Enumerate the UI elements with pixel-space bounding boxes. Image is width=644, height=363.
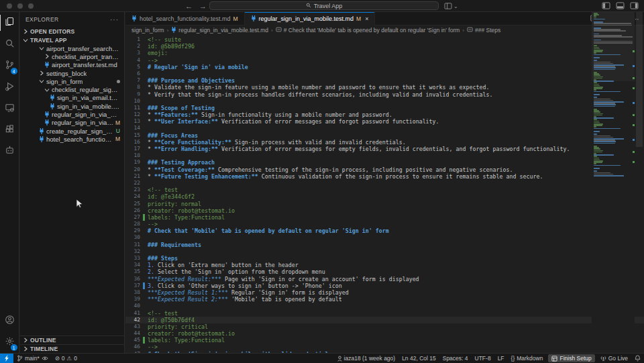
code-line-26[interactable]: 26creator: robot@testomat.io xyxy=(125,207,644,214)
code-line-41[interactable]: 41<!-- test xyxy=(125,310,644,317)
code-line-2[interactable]: 2id: @Sb89df296 xyxy=(125,43,644,50)
code-line-6[interactable]: 6 xyxy=(125,70,644,77)
encoding-item[interactable]: UTF-8 xyxy=(472,354,494,363)
code-line-4[interactable]: 4--> xyxy=(125,57,644,64)
language-mode-item[interactable]: {} Markdown xyxy=(508,354,547,363)
code-line-15[interactable]: 15### Focus Areas xyxy=(125,132,644,139)
tree-item-regular-sign-in-via-mobile-test[interactable]: regular_sign_in_via_mobile.test...M xyxy=(20,119,124,127)
code-line-27[interactable]: 27labels: Type:Functional xyxy=(125,214,644,221)
code-line-37[interactable]: 373. Click on 'Other ways to sign in' bu… xyxy=(125,282,644,289)
code-line-21[interactable]: 21* **Future Testing Enhancement:** Cont… xyxy=(125,173,644,180)
code-line-24[interactable]: 24id: @Te344c6f2 xyxy=(125,193,644,200)
go-live-button[interactable]: Go Live xyxy=(597,354,631,363)
code-line-3[interactable]: 3emoji: xyxy=(125,50,644,56)
toggle-primary-sidebar-button[interactable] xyxy=(602,2,610,9)
code-line-5[interactable]: 5# Regular 'Sign in' via mobile xyxy=(125,64,644,70)
vertical-scrollbar[interactable] xyxy=(635,12,644,353)
code-line-38[interactable]: 38***Expected Result 1:*** Regular 'Sign… xyxy=(125,289,644,296)
code-line-9[interactable]: 9* Verify that the sign-in process handl… xyxy=(125,91,644,98)
code-line-45[interactable]: 45labels: Type:Functional xyxy=(125,337,644,344)
toggle-secondary-sidebar-button[interactable] xyxy=(630,2,639,9)
code-line-43[interactable]: 43priority: critical xyxy=(125,323,644,330)
activity-bar-remote-explorer[interactable] xyxy=(0,98,19,119)
code-line-19[interactable]: 19### Testing Approach xyxy=(125,159,644,166)
code-line-23[interactable]: 23<!-- test xyxy=(125,187,644,193)
notifications-bell-button[interactable] xyxy=(631,354,644,363)
code-line-29[interactable]: 29# Check that 'Mobile' tab is opened by… xyxy=(125,227,644,234)
minimap[interactable] xyxy=(592,12,635,353)
tree-item-airport-transfer-search-results[interactable]: airport_transfer_search_results xyxy=(20,44,124,52)
code-line-30[interactable]: 30 xyxy=(125,234,644,241)
tree-item-checklist-regular-sign-in-form-field[interactable]: checklist_regular_sign_in_form_field... xyxy=(20,85,124,93)
code-line-8[interactable]: 8* Validate the sign-in feature using a … xyxy=(125,84,644,91)
activity-bar-explorer[interactable] xyxy=(0,12,19,34)
activity-bar-testomat[interactable] xyxy=(0,141,19,162)
code-line-12[interactable]: 12* **Features:** Sign-in functionality … xyxy=(125,111,644,118)
code-line-32[interactable]: 32 xyxy=(125,248,644,255)
code-line-18[interactable]: 18 xyxy=(125,152,644,159)
git-blame-item[interactable]: iaza18 (1 week ago) xyxy=(334,354,399,363)
code-line-31[interactable]: 31### Requirements xyxy=(125,242,644,248)
tree-item-sign-in-form[interactable]: sign_in_form xyxy=(20,77,124,85)
code-line-28[interactable]: 28--> xyxy=(125,221,644,227)
code-line-34[interactable]: 341. Click on 'Extra menu' button in the… xyxy=(125,262,644,268)
code-line-25[interactable]: 25priority: normal xyxy=(125,201,644,207)
cursor-position-item[interactable]: Ln 42, Col 15 xyxy=(398,354,439,363)
command-center[interactable]: Travel App xyxy=(209,1,439,10)
code-line-35[interactable]: 352. Select the 'Sign in' option from th… xyxy=(125,268,644,275)
zoom-window-button[interactable] xyxy=(28,3,34,9)
customize-layout-button[interactable]: ⌄ xyxy=(444,1,458,11)
activity-bar-settings[interactable]: 1 xyxy=(0,331,19,353)
code-line-44[interactable]: 44creator: robot@testomat.io xyxy=(125,330,644,337)
close-tab-button[interactable]: × xyxy=(365,15,368,22)
git-branch-item[interactable]: main* xyxy=(13,354,52,363)
code-editor[interactable]: 1<!-- suite2id: @Sb89df2963emoji:4-->5# … xyxy=(125,35,644,353)
code-line-13[interactable]: 13* **User Interface:** Verification of … xyxy=(125,118,644,125)
code-line-33[interactable]: 33### Steps xyxy=(125,255,644,262)
tree-item-checklist-airport-transfer-search-fie[interactable]: checklist_airport_transfer_search_fie... xyxy=(20,52,124,60)
scrollbar-slider[interactable] xyxy=(636,12,643,147)
breadcrumb-item-3[interactable]: ### Steps xyxy=(467,27,500,34)
tab-hotel-search-functionality-test-md[interactable]: hotel_search_functionality.test.mdM xyxy=(125,12,245,25)
close-window-button[interactable] xyxy=(7,3,12,9)
code-line-10[interactable]: 10 xyxy=(125,98,644,105)
toggle-panel-button[interactable] xyxy=(616,2,625,9)
activity-bar-search[interactable] xyxy=(0,34,19,55)
workspace-root-item[interactable]: TRAVEL APP xyxy=(20,36,124,44)
breadcrumb-item-1[interactable]: regular_sign_in_via_mobile.test.md xyxy=(171,27,268,34)
code-line-46[interactable]: 46--> xyxy=(125,344,644,350)
code-line-39[interactable]: 39***Expected Result 2:*** 'Mobile' tab … xyxy=(125,296,644,303)
outline-section[interactable]: OUTLINE xyxy=(20,335,124,344)
explorer-more-actions-button[interactable]: ··· xyxy=(110,16,119,23)
code-line-22[interactable]: 22 xyxy=(125,180,644,187)
eol-item[interactable]: LF xyxy=(494,354,508,363)
code-line-7[interactable]: 7### Purpose and Objectives xyxy=(125,77,644,84)
activity-bar-accounts[interactable] xyxy=(0,310,19,331)
breadcrumb-item-2[interactable]: # Check that 'Mobile' tab is opened by d… xyxy=(276,27,460,34)
code-line-14[interactable]: 14 xyxy=(125,125,644,132)
tree-item-sign-in-via-mobile-test-md[interactable]: sign_in_via_mobile.test.md xyxy=(20,102,124,110)
remote-indicator[interactable] xyxy=(0,354,13,363)
tree-item-regular-sign-in-via-email-test-md[interactable]: regular_sign_in_via_email.test.md xyxy=(20,110,124,118)
tab-regular-sign-in-via-mobile-test-md[interactable]: regular_sign_in_via_mobile.test.mdM× xyxy=(245,12,376,25)
back-button[interactable]: ← xyxy=(185,2,193,10)
tree-item-hotel-search-functionality-test-md[interactable]: hotel_search_functionality.test.mdM xyxy=(20,135,124,143)
code-line-17[interactable]: 17* **Error Handling:** Verification of … xyxy=(125,146,644,152)
activity-bar-source-control[interactable]: 4 xyxy=(0,55,19,76)
code-line-36[interactable]: 36***Expected Result:*** Page with 'Sign… xyxy=(125,276,644,282)
code-line-16[interactable]: 16* **Core Functionality:** Sign-in proc… xyxy=(125,139,644,146)
tree-item-sign-in-via-email-test-md[interactable]: sign_in_via_email.test.md xyxy=(20,94,124,102)
code-line-42[interactable]: 42id: @T50b76df4 xyxy=(125,317,644,323)
forward-button[interactable]: → xyxy=(199,2,207,10)
minimize-window-button[interactable] xyxy=(17,3,23,9)
activity-bar-extensions[interactable] xyxy=(0,119,19,141)
code-line-1[interactable]: 1<!-- suite xyxy=(125,36,644,43)
activity-bar-run-debug[interactable] xyxy=(0,76,19,98)
code-line-20[interactable]: 20* **Test Coverage:** Comprehensive tes… xyxy=(125,166,644,173)
code-line-40[interactable]: 40 xyxy=(125,303,644,309)
tree-item-create-regular-sign-up-form-test[interactable]: create_regular_sign_up_form.test...U xyxy=(20,127,124,135)
open-editors-section[interactable]: OPEN EDITORS xyxy=(20,27,124,36)
breadcrumb-item-0[interactable]: sign_in_form xyxy=(131,27,164,34)
finish-setup-button[interactable]: Finish Setup xyxy=(548,354,594,362)
indentation-item[interactable]: Spaces: 4 xyxy=(439,354,472,363)
